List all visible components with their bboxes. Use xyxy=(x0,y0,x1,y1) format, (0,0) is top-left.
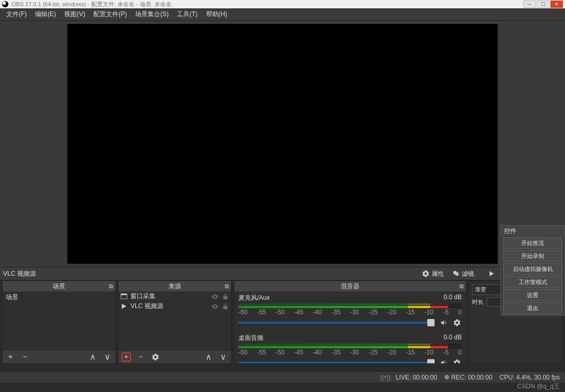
gear-icon xyxy=(453,319,461,326)
menu-profile[interactable]: 配置文件(P) xyxy=(89,9,131,20)
volume-slider[interactable] xyxy=(238,322,435,324)
signal-icon: ((•)) xyxy=(380,374,388,381)
source-item-vlc[interactable]: VLC 视频源 xyxy=(118,301,231,311)
preview-canvas[interactable] xyxy=(67,24,498,264)
rec-status: REC: 00:00:00 xyxy=(444,374,492,381)
remove-scene-button[interactable]: － xyxy=(20,352,30,362)
mixer-popout-icon[interactable]: ⧉ xyxy=(460,283,464,290)
properties-label: 属性 xyxy=(431,270,444,278)
channel-db: 0.0 dB xyxy=(443,293,462,302)
cpu-status: CPU: 4.4%, 30.00 fps xyxy=(500,374,560,381)
sources-list[interactable]: 窗口采集 VLC 视频源 xyxy=(118,291,231,350)
sources-dock: 来源 ⧉ 窗口采集 VLC 视频源 ＋ xyxy=(118,280,232,364)
duration-label: 时长 xyxy=(472,298,484,306)
menu-edit[interactable]: 编辑(E) xyxy=(31,9,60,20)
stream-status: ((•)) xyxy=(380,374,388,381)
record-dot-icon xyxy=(444,375,449,379)
start-recording-button[interactable]: 开始录制 xyxy=(503,250,562,262)
svg-rect-2 xyxy=(121,294,127,295)
mute-button[interactable] xyxy=(439,318,448,327)
selected-source-label: VLC 视频源 xyxy=(3,270,36,278)
mixer-header: 混音器 ⧉ xyxy=(234,281,466,291)
mixer-dock: 混音器 ⧉ 麦克风/Aux 0.0 dB -60-55-50-45-40-35-… xyxy=(234,280,466,364)
watermark: CSDN @q_q王 xyxy=(517,382,560,391)
scenes-dock: 场景 ⧉ 场景 ＋ － ∧ ∨ xyxy=(2,280,116,364)
filters-button[interactable]: 滤镜 xyxy=(449,268,477,279)
scene-up-button[interactable]: ∧ xyxy=(88,352,98,362)
slider-knob[interactable] xyxy=(427,319,435,326)
preview-area xyxy=(0,21,565,267)
window-titlebar: OBS 27.0.1 (64-bit, windows) - 配置文件: 未命名… xyxy=(0,0,565,8)
audio-meter xyxy=(238,303,462,305)
play-button[interactable] xyxy=(485,269,498,278)
source-name: VLC 视频源 xyxy=(130,302,163,311)
filters-label: 滤镜 xyxy=(462,270,474,278)
minimize-button[interactable]: — xyxy=(523,1,536,8)
volume-slider[interactable] xyxy=(238,362,435,363)
exit-button[interactable]: 退出 xyxy=(503,302,562,314)
audio-meter xyxy=(238,344,462,346)
maximize-button[interactable]: ☐ xyxy=(537,1,549,8)
source-toolbar: VLC 视频源 属性 滤镜 xyxy=(0,267,565,280)
settings-button[interactable]: 设置 xyxy=(503,289,562,301)
scene-down-button[interactable]: ∨ xyxy=(103,352,112,362)
channel-settings-button[interactable] xyxy=(452,318,462,327)
sources-header: 来源 ⧉ xyxy=(118,281,231,291)
menu-bar: 文件(F) 编辑(E) 视图(V) 配置文件(P) 场景集合(S) 工具(T) … xyxy=(0,8,565,21)
visibility-icon[interactable] xyxy=(211,293,219,300)
source-properties-button[interactable] xyxy=(151,352,160,362)
close-button[interactable]: ✕ xyxy=(550,1,563,8)
sources-title: 来源 xyxy=(169,282,181,291)
play-icon xyxy=(121,303,127,310)
scene-item[interactable]: 场景 xyxy=(3,291,115,303)
properties-button[interactable]: 属性 xyxy=(419,268,447,279)
mixer-channel-desktop: 桌面音频 0.0 dB -60-55-50-45-40-35-30-25-20-… xyxy=(234,332,466,363)
db-scale: -60-55-50-45-40-35-30-25-20-15-10-50 xyxy=(238,349,462,356)
channel-db: 0.0 dB xyxy=(443,334,462,342)
menu-view[interactable]: 视图(V) xyxy=(60,9,89,20)
status-bar: ((•)) LIVE: 00:00:00 REC: 00:00:00 CPU: … xyxy=(0,371,565,383)
source-down-button[interactable]: ∨ xyxy=(219,352,228,362)
gear-icon xyxy=(453,359,461,363)
menu-help[interactable]: 帮助(H) xyxy=(202,9,232,20)
lock-icon[interactable] xyxy=(222,293,229,300)
remove-source-button[interactable]: － xyxy=(136,352,146,362)
scenes-list[interactable]: 场景 xyxy=(3,291,115,350)
source-item-window-capture[interactable]: 窗口采集 xyxy=(118,291,231,301)
scenes-header: 场景 ⧉ xyxy=(3,281,115,291)
source-up-button[interactable]: ∧ xyxy=(204,352,213,362)
lock-icon[interactable] xyxy=(222,303,229,310)
menu-tools[interactable]: 工具(T) xyxy=(173,9,201,20)
start-streaming-button[interactable]: 开始推流 xyxy=(503,237,562,249)
studio-mode-button[interactable]: 工作室模式 xyxy=(503,276,562,288)
audio-meter xyxy=(238,306,462,308)
scenes-popout-icon[interactable]: ⧉ xyxy=(109,283,113,290)
mixer-channel-mic: 麦克风/Aux 0.0 dB -60-55-50-45-40-35-30-25-… xyxy=(234,291,466,332)
slider-knob[interactable] xyxy=(427,359,435,363)
window-icon xyxy=(121,293,127,300)
scenes-title: 场景 xyxy=(53,282,65,291)
gear-icon xyxy=(422,270,429,277)
sources-popout-icon[interactable]: ⧉ xyxy=(225,283,229,290)
scenes-toolbar: ＋ － ∧ ∨ xyxy=(3,350,115,363)
play-icon xyxy=(488,270,495,277)
speaker-icon xyxy=(440,359,447,363)
mute-button[interactable] xyxy=(439,358,448,363)
add-source-button[interactable]: ＋ xyxy=(122,352,131,362)
channel-settings-button[interactable] xyxy=(452,358,462,363)
controls-title: 控件 xyxy=(501,226,564,236)
channel-name: 麦克风/Aux xyxy=(238,293,270,302)
mixer-title: 混音器 xyxy=(341,282,359,291)
visibility-icon[interactable] xyxy=(211,303,219,310)
app-icon xyxy=(2,1,8,7)
speaker-icon xyxy=(440,319,447,326)
add-scene-button[interactable]: ＋ xyxy=(6,352,15,362)
window-title: OBS 27.0.1 (64-bit, windows) - 配置文件: 未命名… xyxy=(11,1,523,8)
menu-scene-collection[interactable]: 场景集合(S) xyxy=(131,9,173,20)
gear-icon xyxy=(152,353,159,361)
filters-icon xyxy=(452,270,460,277)
virtual-camera-button[interactable]: 启动虚拟摄像机 xyxy=(503,263,562,275)
controls-dock: 控件 开始推流 开始录制 启动虚拟摄像机 工作室模式 设置 退出 xyxy=(500,225,565,316)
menu-file[interactable]: 文件(F) xyxy=(2,9,31,20)
source-name: 窗口采集 xyxy=(130,292,155,301)
